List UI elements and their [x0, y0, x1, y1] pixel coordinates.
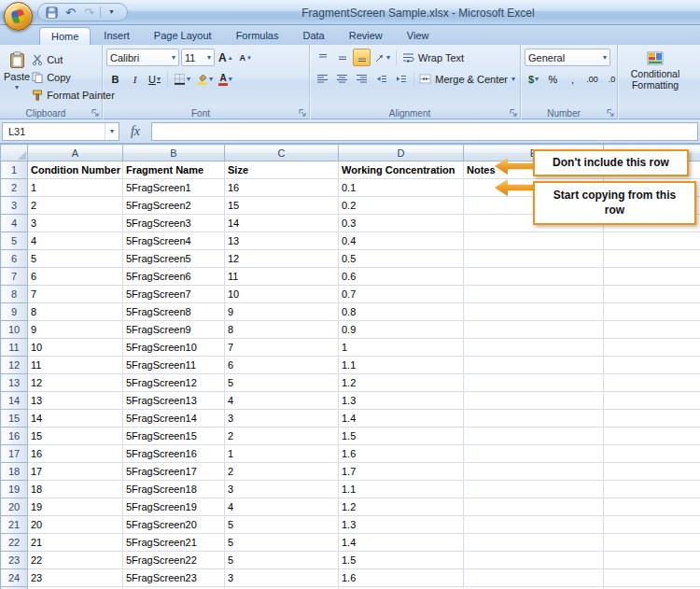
- cell-A12[interactable]: 11: [28, 357, 123, 374]
- row-header-4[interactable]: 4: [1, 215, 28, 232]
- row-header-19[interactable]: 19: [1, 481, 28, 498]
- cell-F7[interactable]: [604, 268, 700, 286]
- cell-E21[interactable]: [464, 516, 604, 534]
- tab-review[interactable]: Review: [338, 27, 394, 45]
- cell-C8[interactable]: 10: [225, 286, 339, 303]
- cell-A22[interactable]: 21: [28, 534, 123, 552]
- cell-F8[interactable]: [604, 286, 700, 303]
- cell-D17[interactable]: 1.6: [339, 445, 464, 463]
- customize-qat-button[interactable]: ▾: [104, 5, 119, 21]
- cell-D7[interactable]: 0.6: [339, 268, 464, 286]
- cell-C20[interactable]: 4: [225, 498, 339, 516]
- cell-B19[interactable]: 5FragScreen18: [123, 481, 225, 498]
- cell-C4[interactable]: 14: [225, 215, 339, 232]
- cell-B6[interactable]: 5FragScreen5: [123, 250, 225, 268]
- align-bottom-button[interactable]: [353, 49, 371, 66]
- cell-E12[interactable]: [464, 357, 604, 374]
- tab-view[interactable]: View: [396, 27, 441, 45]
- cell-D10[interactable]: 0.9: [339, 321, 464, 339]
- cell-C19[interactable]: 3: [225, 481, 339, 498]
- cell-D6[interactable]: 0.5: [339, 250, 464, 268]
- cell-A11[interactable]: 10: [28, 339, 123, 357]
- cell-D12[interactable]: 1.1: [339, 357, 464, 374]
- row-header-13[interactable]: 13: [1, 374, 28, 392]
- name-box[interactable]: L31 ▾: [2, 122, 119, 141]
- column-header-C[interactable]: C: [225, 145, 339, 161]
- row-header-2[interactable]: 2: [1, 179, 28, 197]
- row-header-22[interactable]: 22: [1, 534, 28, 552]
- cell-A16[interactable]: 15: [28, 428, 123, 445]
- cell-F10[interactable]: [604, 321, 700, 339]
- cell-C22[interactable]: 5: [225, 534, 339, 552]
- bold-button[interactable]: B: [106, 70, 124, 88]
- cell-D5[interactable]: 0.4: [339, 232, 464, 250]
- cell-D15[interactable]: 1.4: [339, 410, 464, 428]
- cell-A18[interactable]: 17: [28, 463, 123, 481]
- cell-B8[interactable]: 5FragScreen7: [123, 286, 225, 303]
- align-left-button[interactable]: [314, 70, 331, 88]
- cell-A15[interactable]: 14: [28, 410, 123, 428]
- cell-A5[interactable]: 4: [28, 232, 123, 250]
- cell-D11[interactable]: 1: [339, 339, 464, 357]
- tab-data[interactable]: Data: [291, 27, 335, 45]
- cell-D9[interactable]: 0.8: [339, 303, 464, 321]
- cell-F24[interactable]: [604, 569, 700, 587]
- align-top-button[interactable]: [314, 49, 331, 66]
- cell-E11[interactable]: [464, 339, 604, 357]
- conditional-formatting-button[interactable]: Conditional Formatting: [622, 49, 689, 105]
- cell-A7[interactable]: 6: [28, 268, 123, 286]
- tab-insert[interactable]: Insert: [92, 27, 141, 45]
- insert-function-button[interactable]: fx: [123, 124, 147, 139]
- italic-button[interactable]: I: [126, 70, 144, 88]
- cell-B4[interactable]: 5FragScreen3: [123, 215, 225, 232]
- row-header-15[interactable]: 15: [1, 410, 28, 428]
- cell-B18[interactable]: 5FragScreen17: [123, 463, 225, 481]
- align-center-button[interactable]: [333, 70, 351, 88]
- cell-C17[interactable]: 1: [225, 445, 339, 463]
- row-header-1[interactable]: 1: [1, 161, 28, 179]
- column-header-B[interactable]: B: [123, 145, 225, 161]
- cell-C13[interactable]: 5: [225, 374, 339, 392]
- cell-D18[interactable]: 1.7: [339, 463, 464, 481]
- cell-A20[interactable]: 19: [28, 498, 123, 516]
- cell-F5[interactable]: [604, 232, 700, 250]
- cell-E5[interactable]: [464, 232, 604, 250]
- cell-A19[interactable]: 18: [28, 481, 123, 498]
- clipboard-dialog-launcher-icon[interactable]: [91, 108, 100, 118]
- cell-E18[interactable]: [464, 463, 604, 481]
- cell-D14[interactable]: 1.3: [339, 392, 464, 410]
- alignment-dialog-launcher-icon[interactable]: [509, 108, 518, 118]
- row-header-8[interactable]: 8: [1, 286, 28, 303]
- font-size-combo[interactable]: 11 ▾: [181, 49, 215, 66]
- currency-button[interactable]: $▾: [525, 70, 542, 88]
- cell-C9[interactable]: 9: [225, 303, 339, 321]
- cell-C14[interactable]: 4: [225, 392, 339, 410]
- row-header-14[interactable]: 14: [1, 392, 28, 410]
- cell-E10[interactable]: [464, 321, 604, 339]
- row-header-7[interactable]: 7: [1, 268, 28, 286]
- row-header-9[interactable]: 9: [1, 303, 28, 321]
- cell-D24[interactable]: 1.6: [339, 569, 464, 587]
- select-all-corner[interactable]: [1, 145, 28, 161]
- cell-F11[interactable]: [604, 339, 700, 357]
- cell-B16[interactable]: 5FragScreen15: [123, 428, 225, 445]
- cell-E17[interactable]: [464, 445, 604, 463]
- cell-C5[interactable]: 13: [225, 232, 339, 250]
- number-format-combo[interactable]: General ▾: [525, 49, 610, 66]
- cell-D1[interactable]: Working Concentration: [339, 161, 464, 179]
- row-header-18[interactable]: 18: [1, 463, 28, 481]
- cell-D23[interactable]: 1.5: [339, 552, 464, 569]
- cell-B12[interactable]: 5FragScreen11: [123, 357, 225, 374]
- cell-B3[interactable]: 5FragScreen2: [123, 197, 225, 215]
- cell-D22[interactable]: 1.4: [339, 534, 464, 552]
- cell-C11[interactable]: 7: [225, 339, 339, 357]
- row-header-12[interactable]: 12: [1, 357, 28, 374]
- cell-C21[interactable]: 5: [225, 516, 339, 534]
- cell-C3[interactable]: 15: [225, 197, 339, 215]
- cell-C2[interactable]: 16: [225, 179, 339, 197]
- cell-B5[interactable]: 5FragScreen4: [123, 232, 225, 250]
- decrease-indent-button[interactable]: [372, 70, 390, 88]
- row-header-5[interactable]: 5: [1, 232, 28, 250]
- cell-E6[interactable]: [464, 250, 604, 268]
- cell-B2[interactable]: 5FragScreen1: [123, 179, 225, 197]
